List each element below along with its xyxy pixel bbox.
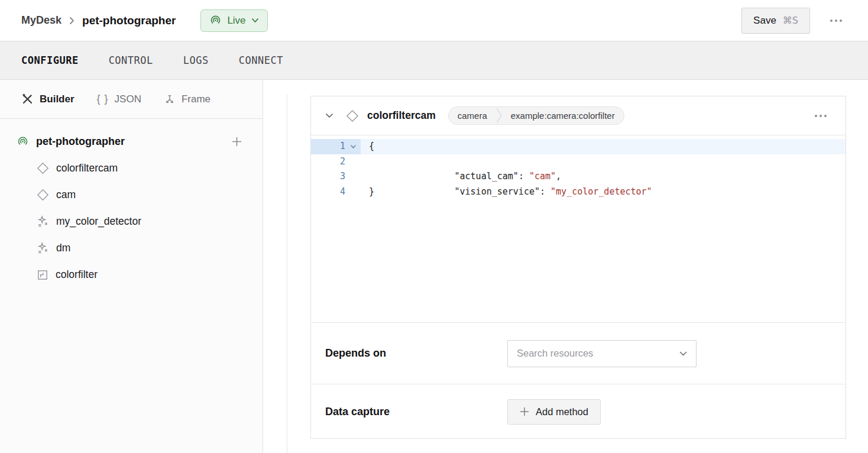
tree-item-label: my_color_detector xyxy=(56,215,141,228)
depends-on-section: Depends on Search resources xyxy=(311,322,846,384)
resource-type-badge: camera example:camera:colorfilter xyxy=(448,106,624,125)
tree-root-label: pet-photographer xyxy=(36,135,125,148)
camera-component-icon xyxy=(37,189,49,201)
resource-card-colorfiltercam: colorfiltercam camera example:camera:col… xyxy=(310,96,846,439)
view-builder[interactable]: Builder xyxy=(21,93,75,105)
code-text: { xyxy=(369,141,374,151)
content-divider xyxy=(287,94,287,453)
add-method-label: Add method xyxy=(536,406,588,418)
data-capture-section: Data capture Add method xyxy=(311,384,846,439)
add-method-button[interactable]: Add method xyxy=(507,399,601,425)
broadcast-icon xyxy=(17,135,29,148)
tab-control[interactable]: CONTROL xyxy=(109,54,153,66)
save-button[interactable]: Save ⌘S xyxy=(741,8,810,34)
live-badge-label: Live xyxy=(227,15,245,27)
code-line[interactable]: 3 "vision_service": "my_color_detector" xyxy=(311,169,846,185)
breadcrumb-org[interactable]: MyDesk xyxy=(21,14,61,27)
tree-item-cam[interactable]: cam xyxy=(0,182,263,208)
line-number: 1 xyxy=(311,139,345,154)
view-builder-label: Builder xyxy=(40,93,75,105)
app-header: MyDesk pet-photographer Live Save ⌘S xyxy=(0,0,868,41)
view-switcher: Builder { } JSON Frame xyxy=(0,80,263,119)
camera-component-icon xyxy=(346,109,359,122)
view-frame[interactable]: Frame xyxy=(164,93,210,105)
line-number: 3 xyxy=(311,169,345,185)
frame-icon xyxy=(164,93,176,105)
live-status-dropdown[interactable]: Live xyxy=(200,9,267,32)
resource-title: colorfiltercam xyxy=(367,109,436,122)
breadcrumb-chevron-icon xyxy=(69,16,75,25)
json-attributes-editor[interactable]: 1 { 2 "actual_cam": "cam", 3 xyxy=(311,135,846,322)
code-line[interactable]: 2 "actual_cam": "cam", xyxy=(311,154,846,170)
depends-on-placeholder: Search resources xyxy=(517,348,593,359)
view-frame-label: Frame xyxy=(182,93,210,105)
camera-component-icon xyxy=(37,162,49,174)
depends-on-select[interactable]: Search resources xyxy=(507,340,697,367)
broadcast-icon xyxy=(209,14,222,27)
view-json[interactable]: { } JSON xyxy=(97,93,141,105)
line-number: 4 xyxy=(311,185,345,200)
tab-bar: CONFIGURE CONTROL LOGS CONNECT xyxy=(0,41,868,80)
service-icon xyxy=(37,242,49,254)
tab-connect[interactable]: CONNECT xyxy=(239,54,283,66)
header-overflow-menu-button[interactable] xyxy=(825,15,847,27)
badge-chevron-icon xyxy=(496,107,502,124)
data-capture-label: Data capture xyxy=(325,406,507,418)
line-number: 2 xyxy=(311,154,345,170)
depends-on-label: Depends on xyxy=(325,347,507,360)
tree-item-label: dm xyxy=(56,242,70,254)
breadcrumb-machine: pet-photographer xyxy=(82,14,176,27)
chevron-down-icon xyxy=(679,351,687,356)
config-sidebar: Builder { } JSON Frame xyxy=(0,80,263,453)
save-button-label: Save xyxy=(753,15,776,27)
tree-item-label: cam xyxy=(56,189,76,201)
chevron-down-icon xyxy=(251,18,259,23)
tree-root-machine[interactable]: pet-photographer xyxy=(0,128,263,155)
collapse-chevron-icon[interactable] xyxy=(325,113,333,118)
tree-item-label: colorfilter xyxy=(56,268,98,281)
main-content: colorfiltercam camera example:camera:col… xyxy=(263,80,868,453)
plus-icon xyxy=(520,407,529,416)
resource-card-header: colorfiltercam camera example:camera:col… xyxy=(311,96,846,135)
code-line[interactable]: 4 } xyxy=(311,185,846,200)
tree-item-colorfilter[interactable]: colorfilter xyxy=(0,261,263,288)
fold-chevron-icon[interactable] xyxy=(345,139,361,154)
service-icon xyxy=(37,215,49,228)
save-shortcut: ⌘S xyxy=(783,15,798,26)
resource-model: example:camera:colorfilter xyxy=(502,111,624,121)
card-overflow-menu-button[interactable] xyxy=(810,110,831,122)
module-icon xyxy=(37,269,48,281)
tree-item-my-color-detector[interactable]: my_color_detector xyxy=(0,208,263,235)
tools-icon xyxy=(21,93,34,105)
tree-item-dm[interactable]: dm xyxy=(0,235,263,261)
tab-logs[interactable]: LOGS xyxy=(183,54,209,66)
tree-item-colorfiltercam[interactable]: colorfiltercam xyxy=(0,155,263,182)
tree-item-label: colorfiltercam xyxy=(56,162,118,174)
tab-configure[interactable]: CONFIGURE xyxy=(21,54,79,66)
add-resource-button[interactable] xyxy=(231,136,242,147)
code-text: } xyxy=(369,186,374,197)
resource-type: camera xyxy=(449,111,496,121)
braces-icon: { } xyxy=(97,93,109,105)
code-line[interactable]: 1 { xyxy=(311,139,846,154)
resource-tree: pet-photographer colorfiltercam cam xyxy=(0,119,263,288)
view-json-label: JSON xyxy=(115,93,141,105)
